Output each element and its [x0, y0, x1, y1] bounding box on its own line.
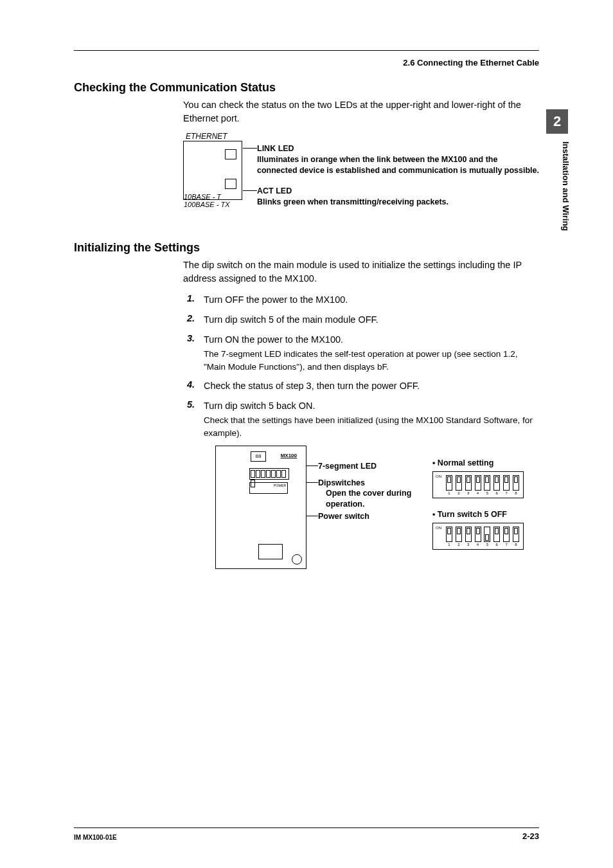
dip-switch-icon	[475, 527, 481, 542]
dip-switch-number: 2	[458, 491, 459, 495]
dip-switch-icon	[456, 527, 462, 542]
side-tab-chapter: 2	[546, 109, 568, 134]
callout-link-led: LINK LED Illuminates in orange when the …	[257, 143, 540, 176]
dip-switch-icon	[456, 475, 462, 491]
seven-segment-icon: 88	[251, 451, 266, 462]
dip-slot: 2	[456, 475, 462, 495]
ethernet-port-figure: ETHERNET 10BASE - T 100BASE - TX LINK LE…	[183, 132, 539, 228]
dip-switch-number: 7	[505, 491, 507, 495]
power-switch-icon: POWER	[249, 482, 288, 494]
dip-slot: 8	[513, 527, 519, 547]
list-item: 3.Turn ON the power to the MX100.The 7-s…	[183, 333, 539, 373]
dipswitch-icon	[249, 468, 289, 480]
top-rule	[74, 50, 539, 51]
step-text: Turn dip switch 5 of the main module OFF…	[204, 313, 539, 327]
link-led-title: LINK LED	[257, 143, 540, 154]
dip-switch-number: 3	[467, 543, 469, 547]
side-index-label: Installation and Wiring	[561, 141, 571, 231]
dip-switch-number: 6	[496, 491, 498, 495]
step-number: 5.	[183, 399, 195, 410]
ethernet-port-label: ETHERNET	[186, 132, 227, 141]
dip-slot: 3	[465, 475, 472, 495]
dip-switch-icon	[446, 475, 452, 491]
dip-switch-number: 5	[486, 491, 488, 495]
footer-rule	[74, 827, 539, 828]
dip-switch-icon	[484, 475, 490, 491]
running-head: 2.6 Connecting the Ethernet Cable	[403, 58, 539, 68]
section-heading-comm-status: Checking the Communication Status	[74, 81, 539, 95]
act-led-body: Blinks green when transmitting/receiving…	[257, 197, 540, 208]
ground-terminal-icon	[292, 554, 302, 565]
footer-doc-id: IM MX100-01E	[74, 834, 117, 841]
dip-slot: 8	[513, 475, 519, 495]
step-text: Check the status of step 3, then turn th…	[204, 379, 539, 393]
section2-intro: The dip switch on the main module is use…	[183, 258, 539, 285]
dip-switch-icon	[503, 527, 510, 542]
callout-7segment: 7-segment LED	[318, 461, 377, 471]
dip-switch-icon	[493, 475, 500, 491]
dip-diagram-normal: ON 12345678	[432, 471, 524, 498]
dip-slot: 5	[484, 475, 490, 495]
dip-diagram-sw5off: ON 12345678	[432, 523, 524, 550]
dip-slot: 7	[503, 527, 510, 547]
section1-intro: You can check the status on the two LEDs…	[183, 98, 539, 125]
list-item: 5.Turn dip switch 5 back ON.Check that t…	[183, 399, 539, 439]
step-number: 1.	[183, 293, 195, 303]
step-text: Turn ON the power to the MX100.The 7-seg…	[204, 333, 539, 373]
callout-dipswitch-sub: Open the cover during operation.	[326, 488, 429, 509]
dip-switch-icon	[493, 527, 500, 542]
step-number: 4.	[183, 379, 195, 390]
dip-switch-icon	[465, 527, 472, 542]
dip-switch-icon	[465, 475, 472, 491]
dip-switch-number: 5	[486, 543, 488, 547]
callout-power-switch: Power switch	[318, 511, 369, 521]
link-led-body: Illuminates in orange when the link betw…	[257, 154, 540, 176]
dip-switch-number: 1	[448, 491, 450, 495]
dip-slot: 5	[484, 527, 490, 547]
step-number: 2.	[183, 313, 195, 323]
step-text: Turn dip switch 5 back ON.Check that the…	[204, 399, 539, 439]
dip-slot: 1	[446, 527, 452, 547]
dip-slot: 1	[446, 475, 452, 495]
dip-switch-icon	[446, 527, 452, 542]
steps-list: 1.Turn OFF the power to the MX100.2.Turn…	[183, 293, 539, 439]
callout-power-switch-text: Power switch	[318, 512, 369, 521]
dip-slot: 4	[475, 475, 481, 495]
dip-switch-number: 3	[467, 491, 469, 495]
dip-switch-number: 1	[448, 543, 450, 547]
module-diagram-area: MX100 88 POWER 7-segment LED Dipswitches…	[215, 446, 539, 581]
leader-line-icon	[306, 516, 318, 516]
section-heading-init-settings: Initializing the Settings	[74, 241, 539, 255]
dip-switch-icon	[513, 475, 519, 491]
list-item: 1.Turn OFF the power to the MX100.	[183, 293, 539, 307]
port-sublabel-10base: 10BASE - T	[184, 193, 230, 201]
dip-slot: 6	[493, 475, 500, 495]
act-led-title: ACT LED	[257, 186, 540, 197]
module-model-label: MX100	[281, 453, 297, 458]
step-subtext: The 7-segment LED indicates the self-tes…	[204, 348, 539, 373]
step-text: Turn OFF the power to the MX100.	[204, 293, 539, 307]
dip-switch-icon	[513, 527, 519, 542]
dip-switch-number: 4	[477, 491, 479, 495]
list-item: 4.Check the status of step 3, then turn …	[183, 379, 539, 393]
dip-switch-number: 4	[477, 543, 479, 547]
dip-switch-icon	[503, 475, 510, 491]
dip-slot: 7	[503, 475, 510, 495]
dip-switch-number: 6	[496, 543, 498, 547]
dip-switch-number: 8	[515, 543, 517, 547]
dipswitch-states-column: • Normal setting ON 12345678 • Turn swit…	[432, 458, 574, 561]
leader-line-icon	[243, 148, 257, 149]
dip-slot: 3	[465, 527, 472, 547]
callout-act-led: ACT LED Blinks green when transmitting/r…	[257, 186, 540, 208]
ethernet-port-sublabels: 10BASE - T 100BASE - TX	[184, 193, 230, 208]
dip-slot: 6	[493, 527, 500, 547]
callout-dipswitch: Dipswitches	[318, 478, 365, 488]
main-module-illustration: MX100 88 POWER	[215, 446, 306, 569]
switch5-off-title: • Turn switch 5 OFF	[432, 510, 574, 519]
callout-7segment-text: 7-segment LED	[318, 462, 377, 471]
dip-switch-number: 8	[515, 491, 517, 495]
ethernet-port-icon: 10BASE - T 100BASE - TX	[183, 141, 242, 200]
normal-setting-title: • Normal setting	[432, 458, 574, 467]
dip-slot: 2	[456, 527, 462, 547]
dip-switch-number: 7	[505, 543, 507, 547]
